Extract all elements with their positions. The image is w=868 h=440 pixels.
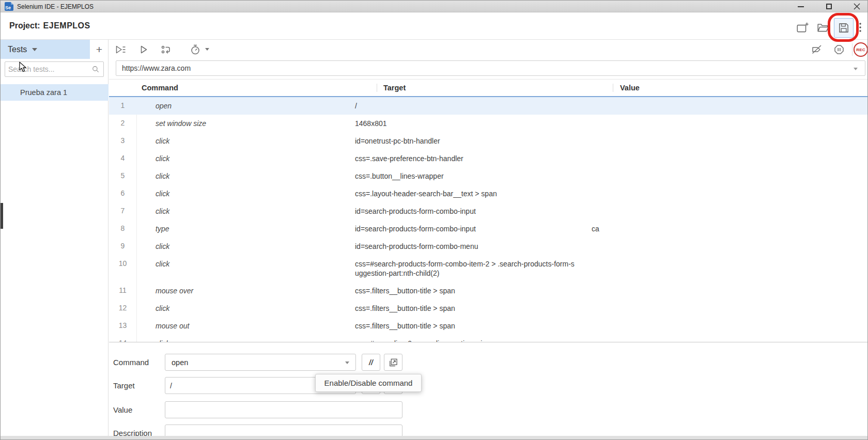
sidebar: Tests + Prueba zara 1: [1, 40, 109, 439]
command-select[interactable]: open: [165, 354, 356, 371]
value-input[interactable]: [165, 401, 402, 418]
row-number: 1: [109, 97, 137, 115]
table-row[interactable]: 12 click css=.filters__button-title > sp…: [109, 300, 867, 317]
row-value: [585, 282, 867, 300]
play-icon: [137, 43, 150, 56]
record-button[interactable]: REC: [854, 42, 868, 57]
selenium-logo-icon: Se: [5, 2, 13, 11]
save-project-button[interactable]: [834, 18, 854, 38]
row-value: ca: [585, 220, 867, 238]
row-command: click: [137, 167, 349, 185]
speed-dropdown-caret-icon[interactable]: [205, 48, 209, 51]
screen-edge-artifact: [1, 203, 3, 229]
row-target: id=search-products-form-combo-input: [349, 220, 585, 238]
row-target: id=onetrust-pc-btn-handler: [349, 132, 585, 150]
row-number: 13: [109, 317, 137, 335]
search-icon: [91, 65, 100, 74]
main-area: REC https://www.zara.com Command Target …: [109, 40, 867, 439]
command-table-header: Command Target Value: [109, 79, 867, 96]
table-row[interactable]: 9 click id=search-products-form-combo-me…: [109, 238, 867, 255]
url-row: https://www.zara.com: [109, 59, 867, 77]
new-project-button[interactable]: [796, 21, 809, 34]
close-button[interactable]: [848, 1, 865, 12]
disable-breakpoints-icon: [811, 43, 823, 56]
row-number: 5: [109, 167, 137, 185]
step-over-button[interactable]: [160, 43, 172, 56]
row-command: click: [137, 255, 349, 282]
test-speed-button[interactable]: [189, 43, 202, 56]
table-row[interactable]: 7 click id=search-products-form-combo-in…: [109, 202, 867, 220]
table-row[interactable]: 14 click css=#accordion-0 .accordion-sec…: [109, 335, 867, 342]
table-row[interactable]: 13 mouse out css=.filters__button-title …: [109, 317, 867, 335]
minimize-button[interactable]: [792, 1, 810, 12]
disable-breakpoints-button[interactable]: [811, 43, 823, 56]
row-target: 1468x801: [349, 115, 585, 132]
row-target: css=.button__lines-wrapper: [349, 167, 585, 185]
table-row[interactable]: 5 click css=.button__lines-wrapper: [109, 167, 867, 185]
row-number: 14: [109, 335, 137, 342]
save-icon: [837, 21, 850, 35]
project-title: Project:EJEMPLOS: [9, 21, 90, 30]
row-value: [585, 185, 867, 202]
column-command[interactable]: Command: [137, 84, 377, 92]
row-command: click: [137, 132, 349, 150]
row-value: [585, 255, 867, 282]
toolbar: REC: [109, 40, 867, 59]
table-row[interactable]: 1 open /: [109, 96, 867, 115]
row-command: click: [137, 238, 349, 255]
target-field-label: Target: [113, 377, 135, 394]
stopwatch-icon: [189, 43, 202, 56]
pause-on-exceptions-button[interactable]: [833, 43, 845, 56]
add-test-button[interactable]: +: [91, 40, 107, 59]
row-number: 9: [109, 238, 137, 255]
tests-bar: Tests +: [1, 40, 109, 59]
column-value[interactable]: Value: [613, 84, 867, 92]
command-table-body: 1 open / 2 set window size 1468x801 3 cl…: [109, 96, 867, 342]
command-select-value: open: [172, 358, 188, 367]
search-input[interactable]: [8, 62, 91, 76]
tests-dropdown[interactable]: Tests: [1, 40, 90, 59]
pause-octagon-icon: [833, 43, 845, 56]
toggle-comment-button[interactable]: //: [362, 354, 380, 371]
row-number: 7: [109, 202, 137, 220]
row-command: set window size: [137, 115, 349, 132]
column-target[interactable]: Target: [377, 84, 613, 92]
row-number: 4: [109, 150, 137, 167]
window-bottom-edge: [1, 436, 868, 439]
table-row[interactable]: 2 set window size 1468x801: [109, 115, 867, 132]
more-options-button[interactable]: [857, 21, 863, 34]
new-project-icon: [796, 21, 809, 34]
row-command: open: [137, 97, 349, 115]
row-command: mouse over: [137, 282, 349, 300]
selenium-ide-window: Se Selenium IDE - EJEMPLOS Project:EJEMP…: [0, 0, 868, 440]
table-row[interactable]: 8 type id=search-products-form-combo-inp…: [109, 220, 867, 238]
row-value: [585, 335, 867, 342]
row-target: css=#accordion-0 .accordion-section__ico…: [349, 335, 585, 342]
sidebar-item-test[interactable]: Prueba zara 1: [1, 84, 109, 101]
row-target: css=.save-preference-btn-handler: [349, 150, 585, 167]
row-number: 6: [109, 185, 137, 202]
table-row[interactable]: 6 click css=.layout-header-search-bar__t…: [109, 185, 867, 202]
step-over-icon: [160, 43, 172, 56]
row-value: [585, 238, 867, 255]
table-row[interactable]: 3 click id=onetrust-pc-btn-handler: [109, 132, 867, 150]
table-row[interactable]: 10 click css=#search-products-form-combo…: [109, 255, 867, 282]
open-project-button[interactable]: [816, 21, 830, 34]
base-url-combobox[interactable]: https://www.zara.com: [116, 60, 865, 76]
project-name: EJEMPLOS: [43, 21, 90, 30]
row-command: click: [137, 202, 349, 220]
run-current-test-button[interactable]: [137, 43, 150, 56]
table-row[interactable]: 4 click css=.save-preference-btn-handler: [109, 150, 867, 167]
row-command: click: [137, 150, 349, 167]
row-target: css=.filters__button-title > span: [349, 317, 585, 335]
row-number: 2: [109, 115, 137, 132]
row-number: 8: [109, 220, 137, 238]
base-url-value: https://www.zara.com: [122, 64, 191, 72]
run-all-tests-button[interactable]: [114, 43, 127, 56]
row-target: id=search-products-form-combo-menu: [349, 238, 585, 255]
table-row[interactable]: 11 mouse over css=.filters__button-title…: [109, 282, 867, 300]
row-number: 3: [109, 132, 137, 150]
row-command: click: [137, 300, 349, 317]
open-reference-button[interactable]: [384, 354, 402, 371]
maximize-button[interactable]: [820, 1, 838, 12]
